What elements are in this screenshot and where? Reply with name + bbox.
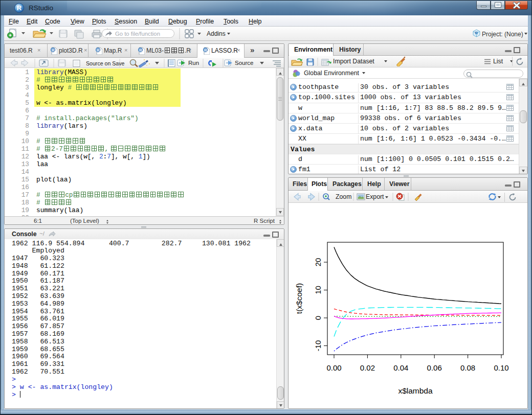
svg-text:0: 0 bbox=[314, 316, 322, 320]
svg-text:0.10: 0.10 bbox=[494, 363, 508, 372]
svg-text:x$lambda: x$lambda bbox=[398, 386, 433, 395]
svg-text:R: R bbox=[204, 48, 207, 53]
svg-text:0.04: 0.04 bbox=[393, 363, 408, 372]
svg-text:R: R bbox=[52, 48, 55, 53]
svg-text:20: 20 bbox=[314, 258, 322, 267]
svg-text:R: R bbox=[139, 48, 142, 53]
svg-text:10: 10 bbox=[314, 286, 322, 294]
svg-text:0.06: 0.06 bbox=[427, 363, 442, 372]
svg-text:R: R bbox=[97, 48, 100, 53]
svg-text:0.00: 0.00 bbox=[326, 363, 341, 372]
svg-text:0.02: 0.02 bbox=[360, 363, 375, 372]
svg-text:0.08: 0.08 bbox=[460, 363, 475, 372]
svg-text:t(x$coef): t(x$coef) bbox=[295, 283, 303, 314]
svg-text:-10: -10 bbox=[314, 340, 322, 352]
svg-text:R: R bbox=[475, 31, 478, 35]
